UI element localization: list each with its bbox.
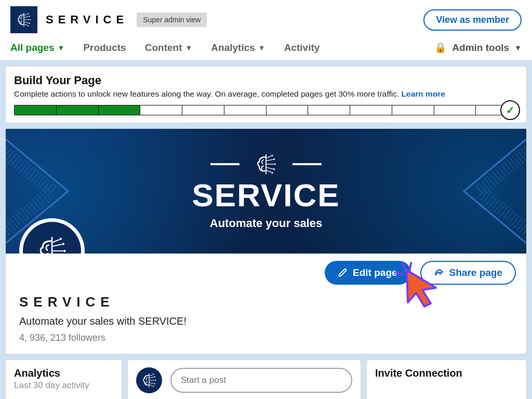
- build-progress-wrap: ✓: [14, 105, 518, 115]
- progress-segment: [392, 105, 434, 115]
- admin-tools-label: Admin tools: [452, 42, 509, 54]
- chevron-down-icon: ▼: [57, 44, 64, 52]
- analytics-title: Analytics: [14, 367, 113, 379]
- super-admin-badge: Super admin view: [137, 12, 207, 27]
- share-page-button[interactable]: Share page: [420, 261, 516, 285]
- top-header: SERVICE Super admin view View as member: [0, 0, 532, 37]
- check-circle-icon: ✓: [500, 100, 520, 120]
- build-title: Build Your Page: [14, 74, 518, 87]
- bottom-row: Analytics Last 30 day activity Invite Co…: [5, 360, 527, 399]
- progress-segment: [57, 105, 99, 115]
- lock-icon: 🔒: [434, 42, 447, 54]
- nav-analytics[interactable]: Analytics▼: [211, 42, 265, 54]
- start-post-input[interactable]: [170, 368, 352, 393]
- page-actions: Edit page Share page: [6, 254, 526, 292]
- main-nav: All pages▼ProductsContent▼Analytics▼Acti…: [0, 37, 532, 61]
- brand-name: SERVICE: [46, 13, 128, 26]
- decor-line-right: [292, 163, 322, 165]
- hero-logo-row: [210, 152, 322, 176]
- company-tagline: Automate your sales with SERVICE!: [19, 315, 513, 327]
- brand-logo: [10, 6, 37, 33]
- build-subtitle: Complete actions to unlock new features …: [14, 89, 518, 99]
- nav-products[interactable]: Products: [83, 42, 126, 54]
- hero-title: SERVICE: [192, 179, 340, 211]
- edit-page-button[interactable]: Edit page: [325, 261, 411, 285]
- brain-icon: [254, 152, 278, 176]
- progress-segment: [350, 105, 392, 115]
- share-arrow-icon: [434, 268, 444, 278]
- learn-more-link[interactable]: Learn more: [402, 89, 445, 98]
- page-body: Build Your Page Complete actions to unlo…: [0, 61, 532, 399]
- nav-content[interactable]: Content▼: [145, 42, 193, 54]
- post-avatar: [136, 367, 162, 393]
- start-post-panel: [127, 360, 361, 399]
- invite-panel[interactable]: Invite Connection: [366, 360, 527, 399]
- brain-icon: [16, 11, 32, 28]
- cover-banner: SERVICE Automate your sales: [6, 129, 526, 254]
- chevron-decor-right-icon: [433, 129, 526, 254]
- chevron-down-icon: ▼: [185, 44, 192, 52]
- progress-segment: [267, 105, 309, 115]
- company-card: SERVICE Automate your sales Edit page Sh…: [5, 128, 527, 354]
- company-followers: 4, 936, 213 followers: [19, 332, 513, 343]
- brain-icon: [141, 372, 157, 389]
- pencil-icon: [338, 268, 348, 277]
- progress-segment: [308, 105, 350, 115]
- analytics-panel[interactable]: Analytics Last 30 day activity: [5, 360, 122, 399]
- brain-icon: [35, 234, 69, 254]
- progress-segment: [99, 105, 141, 115]
- build-page-card: Build Your Page Complete actions to unlo…: [5, 66, 527, 123]
- build-progress-bar: [14, 105, 518, 115]
- analytics-subtitle: Last 30 day activity: [14, 380, 113, 391]
- admin-tools-menu[interactable]: 🔒 Admin tools ▼: [434, 42, 522, 54]
- nav-all-pages[interactable]: All pages▼: [10, 42, 64, 54]
- company-avatar: [19, 218, 85, 254]
- progress-segment: [15, 105, 57, 115]
- decor-line-left: [210, 163, 240, 165]
- hero-subtitle: Automate your sales: [210, 217, 322, 230]
- company-info: SERVICE Automate your sales with SERVICE…: [6, 294, 526, 354]
- progress-segment: [434, 105, 476, 115]
- company-name: SERVICE: [19, 294, 513, 310]
- progress-segment: [224, 105, 267, 115]
- chevron-down-icon: ▼: [258, 44, 265, 52]
- avatar-inner: [23, 222, 81, 254]
- view-as-member-button[interactable]: View as member: [423, 9, 522, 31]
- progress-segment: [182, 105, 224, 115]
- invite-title: Invite Connection: [375, 367, 518, 379]
- progress-segment: [140, 105, 182, 115]
- chevron-down-icon: ▼: [514, 44, 522, 52]
- nav-activity[interactable]: Activity: [284, 42, 320, 54]
